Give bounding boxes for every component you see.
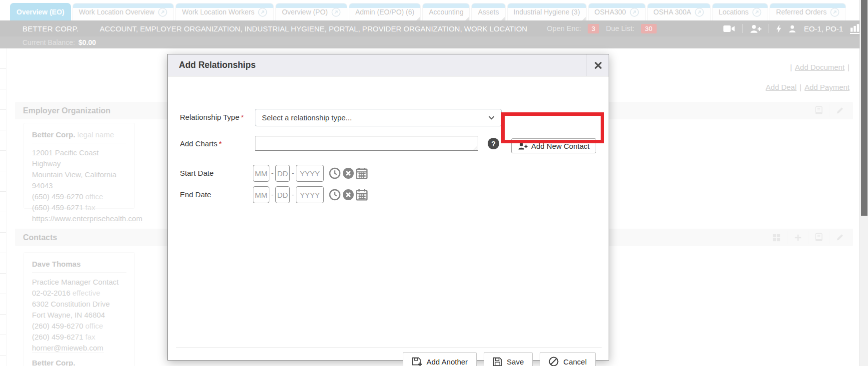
modal-header: Add Relationships	[168, 54, 609, 76]
clock-icon[interactable]	[329, 167, 341, 179]
clock-icon[interactable]	[329, 189, 341, 201]
clear-date-icon[interactable]	[342, 167, 354, 179]
date-dash: -	[269, 169, 275, 177]
modal-footer-divider	[176, 348, 602, 348]
end-date-label: End Date	[180, 190, 211, 199]
start-date-icons	[329, 167, 368, 179]
end-day-input[interactable]	[275, 186, 290, 203]
start-year-input[interactable]	[296, 165, 324, 182]
relationship-type-select[interactable]: Select a relationship type...	[255, 109, 502, 126]
select-value: Select a relationship type...	[262, 113, 352, 122]
scrollbar-thumb[interactable]	[861, 0, 868, 216]
save-icon	[493, 357, 502, 366]
vertical-scrollbar[interactable]	[860, 0, 868, 366]
start-month-input[interactable]	[253, 165, 269, 182]
end-month-input[interactable]	[253, 186, 269, 203]
add-relationships-modal: Add Relationships Relationship Type* Sel…	[167, 54, 609, 361]
modal-title: Add Relationships	[168, 60, 256, 70]
required-asterisk: *	[219, 139, 222, 148]
close-icon	[595, 62, 602, 69]
button-label: Add Another	[427, 358, 468, 366]
add-charts-input[interactable]	[255, 136, 478, 151]
start-date-inputs: - -	[253, 165, 368, 182]
date-dash: -	[290, 169, 296, 177]
button-label: Cancel	[563, 358, 587, 366]
label-text: Relationship Type	[180, 113, 239, 121]
modal-footer-buttons: Add Another Save Cancel	[403, 352, 596, 366]
cancel-button[interactable]: Cancel	[540, 352, 596, 366]
calendar-icon[interactable]	[356, 167, 368, 179]
date-dash: -	[290, 191, 296, 199]
calendar-icon[interactable]	[356, 189, 368, 201]
add-new-contact-button[interactable]: Add New Contact	[511, 138, 596, 153]
required-asterisk: *	[241, 113, 244, 121]
end-year-input[interactable]	[296, 186, 324, 203]
button-label: Add New Contact	[531, 142, 590, 150]
end-date-icons	[329, 189, 368, 201]
add-charts-label: Add Charts*	[180, 139, 222, 148]
add-another-button[interactable]: Add Another	[403, 352, 477, 366]
relationship-type-label: Relationship Type*	[180, 113, 244, 121]
date-dash: -	[269, 191, 275, 199]
clear-date-icon[interactable]	[342, 189, 354, 201]
cancel-icon	[549, 357, 559, 366]
chevron-down-icon	[488, 116, 495, 120]
save-button[interactable]: Save	[484, 352, 533, 366]
save-plus-icon	[412, 357, 422, 366]
modal-body: Relationship Type* Select a relationship…	[168, 76, 609, 361]
app-root: Overview (EO) Work Location Overview Wor…	[0, 0, 868, 366]
add-person-icon	[518, 142, 528, 150]
start-date-label: Start Date	[180, 169, 214, 177]
help-icon[interactable]: ?	[488, 138, 499, 149]
label-text: Add Charts	[180, 139, 217, 148]
button-label: Save	[507, 358, 524, 366]
start-day-input[interactable]	[275, 165, 290, 182]
end-date-inputs: - -	[253, 186, 368, 203]
close-button[interactable]	[587, 54, 609, 76]
